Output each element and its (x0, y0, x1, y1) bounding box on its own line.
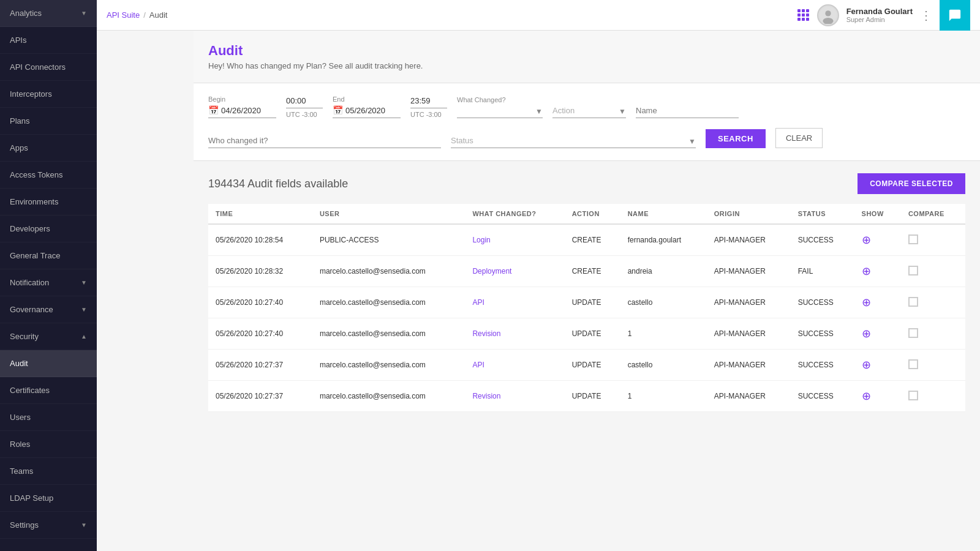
topbar-right: Fernanda Goulart Super Admin ⋮ (797, 0, 970, 31)
cell-4: 1 (620, 381, 707, 412)
name-input[interactable] (636, 106, 739, 118)
table-row: 05/26/2020 10:27:37marcelo.castello@sens… (208, 350, 965, 381)
sidebar-item-apps[interactable]: Apps (0, 135, 97, 162)
sidebar-item-apis[interactable]: APIs (0, 27, 97, 54)
name-group (636, 106, 739, 118)
show-detail-icon[interactable]: ⊕ (862, 234, 871, 246)
compare-cell (901, 318, 965, 350)
compare-cell (901, 381, 965, 412)
table-row: 05/26/2020 10:28:32marcelo.castello@sens… (208, 256, 965, 287)
cell-5: API-MANAGER (707, 224, 791, 256)
action-group: Action CREATE UPDATE DELETE ▼ (552, 106, 626, 118)
col-header-what-changed: WHAT CHANGED? (465, 204, 564, 224)
cell-0: 05/26/2020 10:27:37 (208, 381, 312, 412)
show-detail-icon[interactable]: ⊕ (862, 390, 871, 402)
show-detail-icon[interactable]: ⊕ (862, 328, 871, 340)
sidebar-item-ldap-setup[interactable]: LDAP Setup (0, 485, 97, 512)
sidebar-item-notification[interactable]: Notification▼ (0, 269, 97, 296)
show-detail-icon[interactable]: ⊕ (862, 359, 871, 371)
sidebar-item-analytics[interactable]: Analytics▼ (0, 0, 97, 27)
end-time-input[interactable] (410, 96, 447, 108)
chat-button[interactable] (940, 0, 970, 31)
compare-cell (901, 256, 965, 287)
chevron-down-icon: ▼ (81, 306, 87, 313)
sidebar-item-audit[interactable]: Audit (0, 350, 97, 377)
sidebar-item-label: Plans (10, 116, 30, 126)
breadcrumb: API Suite / Audit (107, 10, 797, 20)
cell-4: 1 (620, 318, 707, 350)
calendar-icon-end: 📅 (333, 105, 343, 115)
breadcrumb-parent[interactable]: API Suite (107, 10, 140, 20)
what-changed-select[interactable]: Login Deployment API Revision (457, 106, 543, 118)
sidebar-item-label: Security (10, 332, 39, 341)
sidebar-item-label: API Connectors (10, 62, 66, 72)
sidebar-item-label: Analytics (10, 9, 42, 18)
sidebar-item-settings[interactable]: Settings▼ (0, 512, 97, 539)
sidebar-item-security[interactable]: Security▲ (0, 323, 97, 350)
search-button[interactable]: SEARCH (706, 129, 766, 148)
compare-cell (901, 287, 965, 318)
more-options-icon[interactable]: ⋮ (920, 8, 932, 23)
sidebar-item-general-trace[interactable]: General Trace (0, 242, 97, 269)
compare-checkbox[interactable] (908, 359, 918, 369)
filter-row-1: Begin 📅 UTC -3:00 End 📅 (208, 96, 965, 118)
col-header-time: TIME (208, 204, 312, 224)
show-cell: ⊕ (854, 318, 901, 350)
table-row: 05/26/2020 10:28:54PUBLIC-ACCESSLoginCRE… (208, 224, 965, 256)
who-input[interactable] (208, 136, 441, 148)
sidebar-item-label: Certificates (10, 386, 50, 395)
status-select[interactable]: Status SUCCESS FAIL (451, 136, 696, 148)
results-section: 194434 Audit fields available COMPARE SE… (194, 161, 980, 424)
begin-label: Begin (208, 96, 276, 103)
compare-selected-button[interactable]: COMPARE SELECTED (858, 173, 965, 194)
cell-0: 05/26/2020 10:28:54 (208, 224, 312, 256)
sidebar-item-api-connectors[interactable]: API Connectors (0, 54, 97, 81)
action-select[interactable]: Action CREATE UPDATE DELETE (552, 106, 626, 118)
end-label: End (333, 96, 401, 103)
compare-cell (901, 350, 965, 381)
svg-point-1 (825, 10, 831, 16)
compare-checkbox[interactable] (908, 297, 918, 307)
sidebar-item-access-tokens[interactable]: Access Tokens (0, 162, 97, 189)
sidebar-item-teams[interactable]: Teams (0, 458, 97, 485)
show-detail-icon[interactable]: ⊕ (862, 296, 871, 309)
sidebar-item-environments[interactable]: Environments (0, 189, 97, 216)
apps-grid-icon[interactable] (797, 9, 810, 21)
sidebar-item-label: Environments (10, 197, 58, 206)
compare-checkbox[interactable] (908, 234, 918, 244)
user-role: Super Admin (846, 16, 913, 23)
main-content: Audit Hey! Who has changed my Plan? See … (194, 31, 980, 551)
sidebar-item-certificates[interactable]: Certificates (0, 377, 97, 404)
cell-3: CREATE (565, 256, 620, 287)
sidebar-item-plans[interactable]: Plans (0, 108, 97, 135)
show-cell: ⊕ (854, 287, 901, 318)
sidebar-item-label: Developers (10, 224, 50, 233)
sidebar-item-users[interactable]: Users (0, 404, 97, 431)
cell-1: marcelo.castello@sensedia.com (312, 256, 466, 287)
compare-checkbox[interactable] (908, 328, 918, 338)
sidebar-item-governance[interactable]: Governance▼ (0, 296, 97, 323)
col-header-action: ACTION (565, 204, 620, 224)
begin-date-group: Begin 📅 (208, 96, 276, 118)
begin-time-input[interactable] (286, 96, 323, 108)
compare-checkbox[interactable] (908, 391, 918, 400)
begin-date-input[interactable] (221, 106, 276, 115)
cell-4: fernanda.goulart (620, 224, 707, 256)
clear-button[interactable]: CLEAR (775, 128, 823, 148)
sidebar-item-label: Notification (10, 278, 49, 287)
cell-3: UPDATE (565, 318, 620, 350)
cell-6: SUCCESS (791, 381, 854, 412)
show-detail-icon[interactable]: ⊕ (862, 265, 871, 277)
sidebar-item-interceptors[interactable]: Interceptors (0, 81, 97, 108)
cell-3: UPDATE (565, 350, 620, 381)
cell-4: andreia (620, 256, 707, 287)
compare-checkbox[interactable] (908, 266, 918, 276)
sidebar-item-label: Roles (10, 440, 30, 449)
sidebar-item-label: Interceptors (10, 89, 52, 99)
chevron-up-icon: ▲ (81, 333, 87, 340)
sidebar-item-developers[interactable]: Developers (0, 216, 97, 242)
sidebar-item-roles[interactable]: Roles (0, 431, 97, 458)
filter-row-2: Status SUCCESS FAIL ▼ SEARCH CLEAR (208, 128, 965, 148)
col-header-origin: ORIGIN (707, 204, 791, 224)
end-date-input[interactable] (345, 106, 401, 115)
